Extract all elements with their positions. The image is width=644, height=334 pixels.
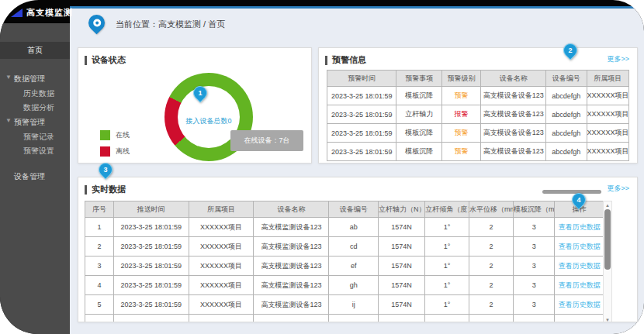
cell-force: 1574N xyxy=(378,257,424,276)
table-row: 2 2023-3-25 18:01:59 XXXXXX项目 高支模监测设备123… xyxy=(85,237,604,257)
table-row: 2023-3-25 18:01:59 模板沉降 预警 高支模设备设备123 ab… xyxy=(327,143,629,161)
cell-code: gh xyxy=(329,276,379,295)
warning-table-wrap: 预警时间 预警事项 预警级别 设备名称 设备编号 所属项目 2023-3-25 … xyxy=(327,70,629,161)
level-badge: 预警 xyxy=(455,129,469,136)
cell-project: XXXXXX项目 xyxy=(189,237,254,257)
legend-label: 离线 xyxy=(116,146,130,157)
sidebar-item-data-analysis[interactable]: 数据分析 xyxy=(0,101,70,115)
cell-project: XXXXXX项目 xyxy=(189,276,254,295)
cell-item: 模板沉降 xyxy=(396,87,441,105)
chevron-down-icon: ▼ xyxy=(5,117,12,124)
cell-project: XXXXXX项目 xyxy=(587,105,629,124)
cell-time: 2023-3-25 18:01:59 xyxy=(113,218,189,237)
cell-project: XXXXXX项目 xyxy=(587,143,629,161)
cell-level: 预警 xyxy=(441,143,481,161)
panel-header: 设备状态 xyxy=(78,48,311,66)
cell-settle: 3 xyxy=(513,257,555,276)
cell-code: abcdefgh xyxy=(546,124,587,143)
logo-triangle-icon xyxy=(11,9,23,17)
cell-item: 立杆轴力 xyxy=(396,105,441,124)
app-window: 高支模监测 首页 ▼ 数据管理 历史数据 数据分析 ▼ 预警管理 预警记录 预警… xyxy=(0,0,644,334)
scroll-down-icon[interactable]: ▼ xyxy=(604,317,611,322)
cell-level: 预警 xyxy=(441,124,481,143)
cell-device: 高支模设备设备123 xyxy=(481,124,546,143)
legend-item-online: 在线 xyxy=(100,130,130,140)
view-history-link[interactable]: 查看历史数据 xyxy=(559,301,601,308)
cell-no: 5 xyxy=(85,295,114,315)
cell-disp: 2 xyxy=(469,218,514,237)
cell-no: 2 xyxy=(85,237,114,257)
vertical-scrollbar-thumb[interactable] xyxy=(604,209,611,270)
cell-device: 高支模监测设备123 xyxy=(254,276,329,295)
col-no: 序号 xyxy=(85,201,114,218)
cell-settle: 3 xyxy=(513,218,555,237)
sidebar-item-warning-settings[interactable]: 预警设置 xyxy=(0,144,70,158)
realtime-data-title: 实时数据 xyxy=(92,184,126,195)
sidebar-item-device-management[interactable]: 设备管理 xyxy=(0,169,70,184)
cell-project: XXXXXX项目 xyxy=(189,295,254,315)
cell-force: 1574N xyxy=(378,237,424,257)
col-device-name: 设备名称 xyxy=(254,201,329,218)
scroll-up-icon[interactable]: ▲ xyxy=(604,202,611,208)
cell-project: XXXXXX项目 xyxy=(189,218,254,237)
cell-code: abcdefgh xyxy=(546,105,587,124)
cell-code: abcdefgh xyxy=(546,87,587,105)
sidebar-item-warning-records[interactable]: 预警记录 xyxy=(0,130,70,144)
realtime-table-wrap: 序号 推送时间 所属项目 设备名称 设备编号 立杆轴力（N） 立杆倾角（度） 水… xyxy=(85,201,604,322)
table-row: 2023-3-25 18:01:59 立杆轴力 报警 高支模设备设备123 ab… xyxy=(327,105,629,124)
app-logo: 高支模监测 xyxy=(11,7,73,19)
cell-disp: 2 xyxy=(469,257,514,276)
col-horizontal-disp: 水平位移（mm） xyxy=(469,201,514,218)
sidebar-item-home[interactable]: 首页 xyxy=(0,42,70,59)
cell-action: 查看历史数据 xyxy=(555,257,604,276)
cell-angle: 1° xyxy=(425,276,469,295)
view-history-link[interactable]: 查看历史数据 xyxy=(559,223,601,231)
cell-angle: 1° xyxy=(425,237,469,257)
cell-disp: 2 xyxy=(469,237,514,257)
cell-time: 2023-3-25 18:01:59 xyxy=(327,105,396,124)
warning-table: 预警时间 预警事项 预警级别 设备名称 设备编号 所属项目 2023-3-25 … xyxy=(327,70,629,161)
horizontal-scrollbar-thumb[interactable] xyxy=(542,190,601,194)
main-content: 当前位置：高支模监测 / 首页 设备状态 接入设备总数0 在线 离线 xyxy=(70,6,644,334)
cell-level: 预警 xyxy=(441,87,481,105)
cell-time: 2023-3-25 18:01:59 xyxy=(113,237,189,257)
cell-time: 2023-3-25 18:01:59 xyxy=(327,143,396,161)
table-row-partial xyxy=(85,315,604,323)
cell-code: abcdefgh xyxy=(546,143,587,161)
cell-project: XXXXXX项目 xyxy=(587,124,629,143)
donut-center-label[interactable]: 接入设备总数0 xyxy=(185,116,231,126)
sidebar-group-label: 数据管理 xyxy=(14,74,45,83)
cell-time: 2023-3-25 18:01:59 xyxy=(327,87,396,105)
legend-label: 在线 xyxy=(116,130,130,140)
cell-device: 高支模设备设备123 xyxy=(481,87,546,105)
sidebar-group-warning-management[interactable]: ▼ 预警管理 xyxy=(0,115,70,130)
cell-angle: 1° xyxy=(425,218,469,237)
legend-swatch-online xyxy=(100,130,110,140)
col-settlement: 模板沉降（mm） xyxy=(513,201,555,218)
sidebar-item-history-data[interactable]: 历史数据 xyxy=(0,87,70,101)
table-row: 4 2023-3-25 18:01:59 XXXXXX项目 高支模监测设备123… xyxy=(85,276,604,295)
cell-device: 高支模监测设备123 xyxy=(254,218,329,237)
sidebar-group-label: 预警管理 xyxy=(14,118,45,126)
col-project: 所属项目 xyxy=(189,201,254,218)
view-history-link[interactable]: 查看历史数据 xyxy=(559,262,601,270)
realtime-more-link[interactable]: 更多>> xyxy=(607,184,629,194)
legend-swatch-offline xyxy=(100,146,110,157)
realtime-table-header-row: 序号 推送时间 所属项目 设备名称 设备编号 立杆轴力（N） 立杆倾角（度） 水… xyxy=(85,201,604,218)
location-pin-icon xyxy=(85,12,109,35)
vertical-scrollbar[interactable]: ▲ ▼ xyxy=(603,201,612,322)
breadcrumb: 当前位置：高支模监测 / 首页 xyxy=(88,15,225,31)
view-history-link[interactable]: 查看历史数据 xyxy=(559,243,601,250)
cell-action: 查看历史数据 xyxy=(555,295,604,315)
col-device-code: 设备编号 xyxy=(329,201,379,218)
cell-disp: 2 xyxy=(469,295,514,315)
col-device-name: 设备名称 xyxy=(481,71,546,87)
cell-device: 高支模监测设备123 xyxy=(254,237,329,257)
sidebar-group-data-management[interactable]: ▼ 数据管理 xyxy=(0,71,70,87)
col-warning-item: 预警事项 xyxy=(396,71,441,87)
warning-more-link[interactable]: 更多>> xyxy=(607,54,629,64)
view-history-link[interactable]: 查看历史数据 xyxy=(559,281,601,289)
table-row: 1 2023-3-25 18:01:59 XXXXXX项目 高支模监测设备123… xyxy=(85,218,604,237)
table-row: 5 2023-3-25 18:01:59 XXXXXX项目 高支模监测设备123… xyxy=(85,295,604,315)
panel-header: 预警信息 更多>> xyxy=(319,48,637,66)
